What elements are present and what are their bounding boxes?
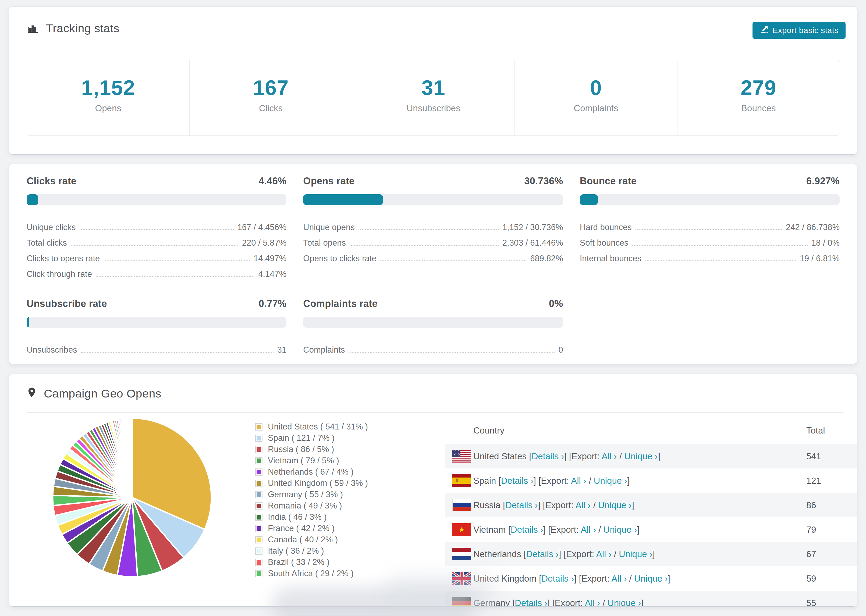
rate-block-complaints-rate: Complaints rate0%Complaints0 (303, 298, 563, 355)
export-basic-stats-button[interactable]: Export basic stats (753, 22, 846, 39)
legend-swatch (255, 547, 263, 555)
legend-swatch (255, 536, 263, 544)
export-unique-link[interactable]: Unique › (608, 598, 641, 607)
legend-label: Romania ( 49 / 3% ) (268, 501, 342, 511)
slash-text: / (586, 476, 594, 486)
details-link[interactable]: Details › (531, 451, 564, 461)
metric-label: Internal bounces (580, 254, 641, 263)
bracket-text: ] [ (543, 525, 551, 534)
legend-label: France ( 42 / 2% ) (268, 523, 335, 533)
legend-item: Spain ( 121 / 7% ) (255, 432, 368, 444)
total-value: 67 (806, 549, 857, 559)
export-button-label: Export basic stats (772, 26, 839, 35)
details-link[interactable]: Details › (526, 549, 559, 559)
geo-title: Campaign Geo Opens (44, 387, 161, 400)
export-label: Export: (545, 500, 576, 510)
metric-row: Soft bounces18 / 0% (580, 232, 840, 248)
slash-text: / (627, 574, 634, 583)
details-link[interactable]: Details › (542, 574, 574, 583)
metric-value: 31 (277, 345, 287, 355)
progress-bar (303, 317, 563, 328)
bracket-text: [ (527, 451, 531, 461)
bracket-text: ] [ (574, 574, 581, 583)
dotted-leader (636, 229, 782, 230)
export-all-link[interactable]: All › (596, 549, 612, 559)
stat-value: 0 (515, 77, 677, 99)
legend-swatch (255, 525, 263, 532)
legend-label: Brazil ( 33 / 2% ) (268, 558, 329, 567)
details-link[interactable]: Details › (505, 500, 538, 510)
table-row-vietnam: Vietnam [Details ›] [Export: All › / Uni… (446, 517, 857, 542)
country-flag-cell (446, 450, 473, 462)
metric-rows: Complaints0 (303, 339, 563, 355)
export-all-link[interactable]: All › (601, 451, 617, 461)
legend-label: Spain ( 121 / 7% ) (268, 433, 335, 443)
total-value: 59 (806, 574, 857, 584)
geo-pie-chart[interactable] (43, 409, 221, 586)
metric-value: 18 / 0% (811, 238, 840, 248)
pie-slice-other[interactable] (132, 418, 132, 498)
vn-flag (452, 523, 471, 536)
legend-item: Germany ( 55 / 3% ) (255, 489, 368, 500)
bracket-text: ] (627, 476, 630, 486)
metric-row: Hard bounces242 / 86.738% (580, 216, 840, 232)
export-all-link[interactable]: All › (585, 598, 600, 607)
export-unique-link[interactable]: Unique › (624, 451, 658, 461)
map-pin-icon (27, 387, 37, 400)
bracket-text: ] (658, 451, 660, 461)
bracket-text: [ (537, 574, 542, 583)
column-header-country: Country (473, 426, 806, 436)
ru-flag (452, 499, 471, 511)
legend-item: United Kingdom ( 59 / 3% ) (255, 478, 368, 489)
legend-item: Canada ( 40 / 2% ) (255, 534, 368, 545)
rate-title: Opens rate (303, 176, 354, 187)
rates-card: Clicks rate4.46%Unique clicks167 / 4.456… (9, 164, 857, 364)
details-link[interactable]: Details › (515, 598, 547, 607)
stat-box: 0Complaints (515, 60, 677, 135)
bracket-text: [ (521, 549, 526, 559)
export-unique-link[interactable]: Unique › (603, 525, 637, 534)
stat-value: 279 (677, 77, 840, 99)
metric-label: Hard bounces (580, 223, 632, 232)
legend-swatch-color (257, 492, 261, 497)
bar-chart-icon (27, 22, 39, 35)
export-unique-link[interactable]: Unique › (634, 574, 668, 583)
campaign-stats-page: Tracking stats Export basic stats 1,152O… (0, 0, 866, 616)
bracket-text: ] [ (538, 500, 545, 510)
legend-swatch-color (257, 447, 261, 452)
bracket-text: ] (652, 549, 655, 559)
export-all-link[interactable]: All › (571, 476, 586, 486)
header-divider (27, 51, 844, 51)
legend-label: South Africa ( 29 / 2% ) (268, 569, 354, 578)
details-link[interactable]: Details › (501, 476, 534, 486)
rate-value: 0.77% (259, 298, 287, 310)
legend-swatch (255, 559, 263, 566)
table-row-united-kingdom: United Kingdom [Details ›] [Export: All … (446, 566, 857, 591)
stat-label: Opens (27, 103, 189, 113)
progress-fill (303, 194, 383, 205)
export-unique-link[interactable]: Unique › (619, 549, 652, 559)
details-link[interactable]: Details › (511, 525, 543, 534)
bracket-text: [ (505, 525, 510, 534)
rate-block-clicks-rate: Clicks rate4.46%Unique clicks167 / 4.456… (27, 176, 287, 279)
country-cell: Germany [Details ›] [Export: All › / Uni… (473, 598, 806, 607)
export-unique-link[interactable]: Unique › (594, 476, 627, 486)
export-unique-link[interactable]: Unique › (598, 500, 632, 510)
metric-label: Unsubscribes (27, 345, 77, 355)
export-all-link[interactable]: All › (581, 525, 596, 534)
legend-swatch-color (257, 549, 261, 553)
legend-swatch-color (257, 481, 261, 486)
progress-fill (27, 194, 38, 205)
metric-row: Total opens2,303 / 61.446% (303, 232, 563, 248)
legend-swatch-color (257, 526, 261, 531)
metric-value: 689.82% (530, 254, 563, 263)
table-header-row: Country Total (446, 417, 857, 444)
export-all-link[interactable]: All › (576, 500, 591, 510)
export-label: Export: (541, 476, 571, 486)
slash-text: / (600, 598, 608, 607)
export-all-link[interactable]: All › (612, 574, 627, 583)
table-row-united-states: United States [Details ›] [Export: All ›… (446, 444, 857, 468)
legend-item: Vietnam ( 79 / 5% ) (255, 455, 368, 466)
legend-swatch (255, 468, 263, 476)
bracket-text: ] [ (564, 451, 572, 461)
